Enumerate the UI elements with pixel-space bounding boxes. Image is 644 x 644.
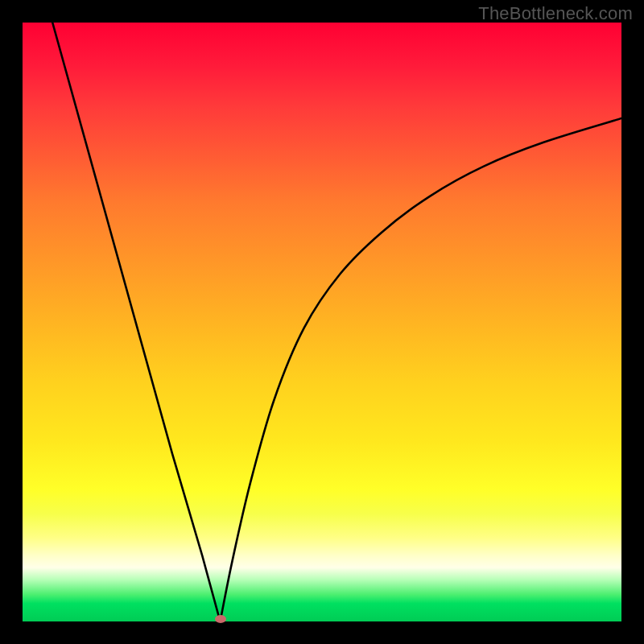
chart-frame: TheBottleneck.com [0,0,644,644]
curve-path [52,23,621,621]
optimal-point-marker [215,615,226,623]
watermark-label: TheBottleneck.com [478,3,633,24]
bottleneck-curve [23,23,621,621]
plot-area [23,23,621,621]
